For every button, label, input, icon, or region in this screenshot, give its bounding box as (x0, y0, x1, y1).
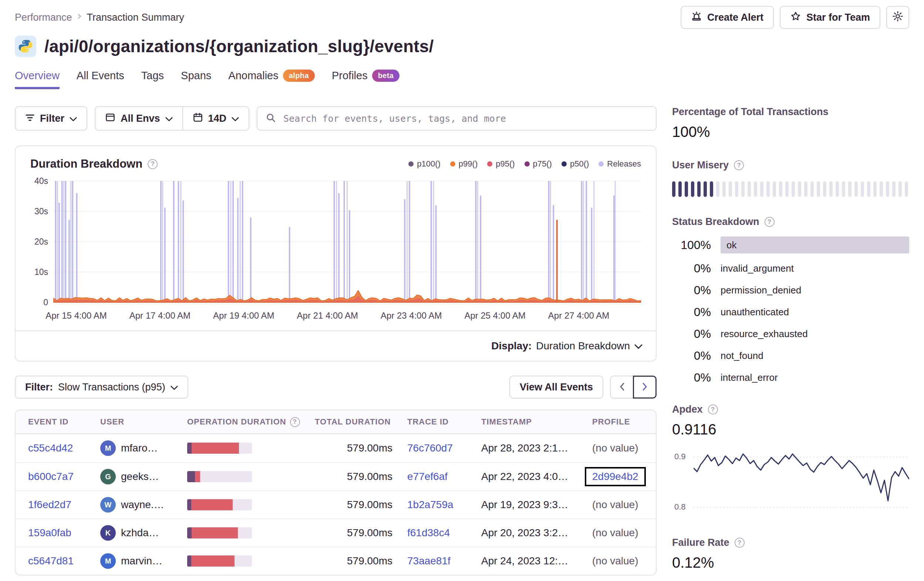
legend-item[interactable]: Releases (599, 159, 641, 169)
chevron-down-icon (165, 113, 173, 124)
title-row: /api/0/organizations/{organization_slug}… (15, 36, 909, 57)
operation-duration-bar[interactable] (187, 499, 252, 510)
topbar: Performance Transaction Summary Create A… (15, 6, 909, 29)
tabs: OverviewAll EventsTagsSpansAnomaliesalph… (15, 70, 909, 89)
display-value[interactable]: Duration Breakdown (536, 340, 630, 352)
search-input[interactable] (282, 113, 648, 124)
date-range-button[interactable]: 14D (183, 106, 250, 131)
profile-cell: 2d99e4b2 (592, 467, 646, 486)
controls-row: Filter All Envs (15, 106, 657, 131)
tab-tags[interactable]: Tags (141, 70, 164, 89)
operation-duration-bar[interactable] (187, 556, 252, 566)
trace-id-link[interactable]: e77ef6af (407, 471, 447, 482)
event-id-link[interactable]: c55c4d42 (28, 442, 73, 454)
tab-all-events[interactable]: All Events (77, 70, 124, 89)
help-icon[interactable]: ? (734, 160, 744, 170)
trace-id-link[interactable]: f61d38c4 (407, 527, 450, 538)
chevron-down-icon[interactable] (634, 340, 642, 352)
settings-button[interactable] (886, 6, 909, 29)
operation-duration-bar[interactable] (187, 527, 252, 538)
x-tick-label: Apr 27 4:00 AM (548, 311, 609, 321)
legend-item[interactable]: p75() (525, 159, 552, 169)
status-percent: 0% (672, 262, 711, 275)
user-misery-label: User Misery (672, 159, 729, 171)
user-misery-section: User Misery ? (672, 159, 909, 197)
misery-tick-empty (760, 181, 764, 197)
trace-id-link[interactable]: 76c760d7 (407, 442, 453, 454)
star-for-team-button[interactable]: Star for Team (780, 6, 880, 29)
y-tick-label: 40s (35, 176, 48, 186)
create-alert-button[interactable]: Create Alert (681, 6, 774, 29)
window-icon (105, 112, 116, 125)
tab-label: Anomalies (228, 70, 278, 82)
event-id-link[interactable]: c5647d81 (28, 555, 74, 566)
total-duration-cell: 579.00ms (315, 471, 407, 483)
view-all-events-button[interactable]: View All Events (509, 376, 603, 399)
content: Filter All Envs (15, 106, 909, 581)
column-header-event-id[interactable]: EVENT ID (28, 417, 100, 427)
operation-duration-cell (187, 499, 315, 510)
tab-overview[interactable]: Overview (15, 70, 59, 89)
event-id-link[interactable]: 159a0fab (28, 527, 71, 538)
column-header-timestamp[interactable]: TIMESTAMP (481, 417, 592, 427)
failure-rate-section: Failure Rate ? 0.12% (672, 537, 909, 571)
column-header-trace-id[interactable]: TRACE ID (407, 417, 481, 427)
chart-title: Duration Breakdown (30, 157, 142, 170)
transaction-filter-button[interactable]: Filter: Slow Transactions (p95) (15, 376, 188, 399)
breadcrumb-parent[interactable]: Performance (15, 12, 72, 23)
user-misery-bar[interactable] (672, 181, 909, 197)
misery-tick-empty (886, 181, 889, 197)
column-header-profile[interactable]: PROFILE (592, 417, 643, 427)
column-header-user[interactable]: USER (100, 417, 187, 427)
trace-id-link[interactable]: 73aae81f (407, 555, 450, 566)
help-icon[interactable]: ? (148, 159, 158, 169)
column-header-label: TOTAL DURATION (315, 417, 391, 427)
help-icon[interactable]: ? (290, 417, 300, 427)
status-percent: 100% (672, 238, 711, 252)
user-misery-heading: User Misery ? (672, 159, 909, 171)
trace-id-link[interactable]: 1b2a759a (407, 499, 454, 510)
legend-item[interactable]: p99() (450, 159, 477, 169)
transaction-filter-value: Slow Transactions (p95) (58, 382, 165, 393)
timestamp-cell: Apr 22, 2023 4:0… (481, 471, 592, 483)
page-title: /api/0/organizations/{organization_slug}… (45, 36, 434, 56)
help-icon[interactable]: ? (734, 538, 744, 548)
operation-duration-bar[interactable] (187, 471, 252, 482)
status-percent: 0% (672, 371, 711, 384)
legend-item[interactable]: p100() (408, 159, 441, 169)
main-column: Filter All Envs (15, 106, 657, 581)
misery-tick-empty (861, 181, 864, 197)
help-icon[interactable]: ? (765, 217, 775, 227)
gear-icon (892, 10, 904, 25)
misery-tick-empty (892, 181, 896, 197)
profile-link[interactable]: 2d99e4b2 (585, 467, 646, 486)
tab-anomalies[interactable]: Anomaliesalpha (228, 70, 315, 89)
star-for-team-label: Star for Team (806, 12, 870, 23)
filter-button[interactable]: Filter (15, 106, 87, 131)
total-duration-cell: 579.00ms (315, 499, 407, 511)
table-toolbar: Filter: Slow Transactions (p95) View All… (15, 376, 657, 399)
user-name: marvin… (121, 555, 162, 567)
column-header-operation-duration[interactable]: OPERATION DURATION? (187, 417, 315, 427)
duration-chart[interactable] (53, 178, 641, 304)
operation-duration-bar[interactable] (187, 443, 252, 454)
user-cell: M marvin… (100, 553, 187, 569)
help-icon[interactable]: ? (708, 404, 718, 414)
legend-item[interactable]: p50() (561, 159, 589, 169)
duration-breakdown-card: Duration Breakdown ? p100()p99()p95()p75… (15, 146, 657, 362)
status-label: permission_denied (721, 285, 801, 296)
column-header-total-duration[interactable]: TOTAL DURATION (315, 417, 407, 427)
environment-selector-button[interactable]: All Envs (95, 106, 183, 131)
legend-item[interactable]: p95() (487, 159, 515, 169)
previous-page-button[interactable] (610, 376, 634, 399)
next-page-button[interactable] (633, 376, 657, 399)
tab-spans[interactable]: Spans (181, 70, 211, 89)
chevron-down-icon (69, 113, 77, 124)
table-row: c5647d81 M marvin… 579.00ms 73aae81f Apr… (15, 546, 656, 575)
apdex-section: Apdex ? 0.9116 0.9 0.8 (672, 404, 909, 518)
event-id-link[interactable]: 1f6ed2d7 (28, 499, 71, 510)
operation-duration-cell (187, 527, 315, 538)
status-label: internal_error (721, 372, 778, 383)
tab-profiles[interactable]: Profilesbeta (332, 70, 399, 89)
event-id-link[interactable]: b600c7a7 (28, 471, 74, 482)
